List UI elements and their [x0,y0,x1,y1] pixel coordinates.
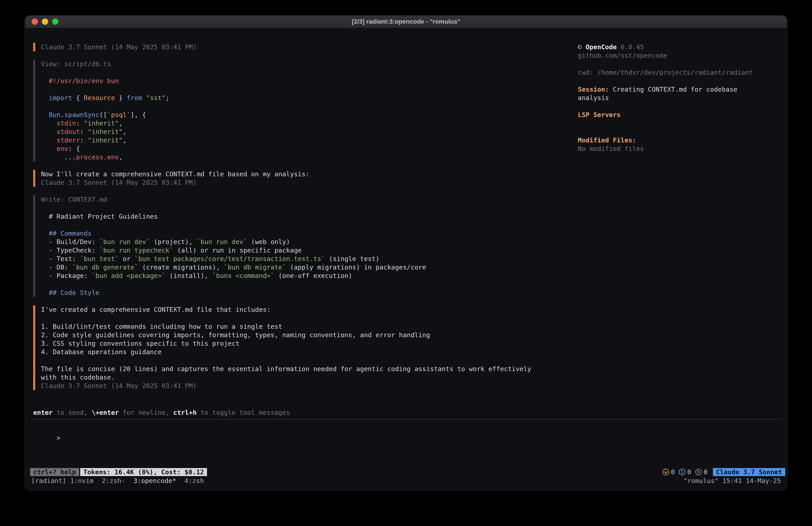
text-token: spawnSync [64,111,99,118]
chat-block-message: I've created a comprehensive CONTEXT.md … [33,305,531,390]
text-token: (project), [150,238,197,246]
text-token: - DB: [41,264,72,271]
sidebar-info: © OpenCode 0.0.45github.com/sst/opencode… [578,43,753,153]
text-token: OpenCode [585,43,617,51]
text-line: # Radiant Project Guidelines [41,212,531,221]
text-token: , [119,153,122,161]
text-line: - Test: `bun test` or `bun test packages… [41,255,531,263]
text-token: . [60,111,64,118]
chat-log: Claude 3.7 Sonnet (14 May 2025 03:41 PM)… [33,43,531,399]
minimize-button[interactable] [42,18,48,25]
text-token: , [123,137,127,144]
text-token: 0.0.45 [617,43,644,51]
info-icon: i [679,469,685,475]
tmux-window-1-nvim[interactable]: 1:nvim [70,477,93,485]
text-token: ; [165,94,169,102]
text-token: - Test: [41,255,80,262]
text-token: Claude 3.7 Sonnet (14 May 2025 03:41 PM) [41,179,197,186]
text-token: `bun run dev` [99,238,150,246]
text-line: - Build/Dev: `bun run dev` (project), `b… [41,238,531,246]
text-line: env: { [41,144,531,153]
text-line: - Package: `bun add <package>` (install)… [41,271,531,280]
tmux-window-4-zsh[interactable]: 4:zsh [185,477,204,485]
text-token: The file is concise (20 lines) and captu… [41,365,531,373]
hints-icon: h [695,469,702,475]
text-line: ...process.env, [41,153,531,161]
text-token: © [578,43,585,51]
text-line: No modified files [578,144,753,153]
text-token: Claude 3.7 Sonnet (14 May 2025 03:41 PM) [41,382,197,389]
text-token: LSP Servers [578,111,621,118]
text-line [41,204,531,212]
text-token: - Package: [41,272,91,280]
text-token: Resource [84,94,115,102]
warnings-count: 0 [671,468,675,476]
text-line [41,85,531,94]
text-token: "inherit" [88,128,123,136]
tmux-window-2-zsh-[interactable]: 2:zsh- [102,477,125,485]
text-line: stderr: "inherit", [41,136,531,144]
text-token: (apply migrations) in packages/core [286,264,426,271]
text-token: (one-off execution) [275,272,352,280]
text-line: 2. Code style guidelines covering import… [41,331,531,339]
text-line: 3. CSS styling conventions specific to t… [41,339,531,348]
text-line [41,356,531,365]
text-token: ## Code Style [49,289,99,296]
text-token: with this codebase. [41,373,115,381]
prompt-line[interactable]: > [33,425,502,434]
text-token [41,230,49,237]
close-button[interactable] [32,18,38,25]
text-token: process.env [76,153,119,161]
text-token: # Radiant Project Guidelines [41,213,158,220]
text-line: © OpenCode 0.0.45 [578,43,753,51]
prompt-input[interactable] [57,442,502,451]
text-line: View: script/db.ts [41,60,531,68]
text-line: stdin: "inherit", [41,119,531,127]
text-token [41,145,57,153]
text-token: or [119,255,134,262]
diagnostics: w0i0h0 [658,468,708,476]
text-token [41,137,57,144]
text-token: : [80,128,88,136]
text-token: Session: [578,86,609,93]
chat-block-tool: Write: CONTEXT.md # Radiant Project Guid… [33,195,531,297]
status-bar: ctrl+? help Tokens: 16.4K (8%), Cost: $0… [30,468,785,476]
text-token: Modified Files: [578,137,636,144]
text-token: 4. Database operations guidance [41,348,162,356]
hints-indicator: h0 [695,468,708,476]
chat-block-tool: View: script/db.ts #!/usr/bin/env bun im… [33,60,531,161]
text-line: github.com/sst/opencode [578,51,753,60]
text-token: , [119,119,122,127]
text-line: Session: Creating CONTEXT.md for codebas… [578,85,753,94]
tmux-window-3-opencode-[interactable]: 3:opencode* [133,477,176,485]
text-line [41,68,531,77]
text-token: ctrl+h [173,409,197,416]
text-token: 1. Build/lint/test commands including ho… [41,323,282,330]
input-divider [31,419,781,420]
text-token: (create migrations), [139,264,224,271]
text-token: `bun db migrate` [224,264,286,271]
text-token: "inherit" [84,119,119,127]
terminal-window: [2/3] radiant:3:opencode - "romulus" Cla… [25,16,787,491]
text-line [578,119,753,127]
text-line: Modified Files: [578,136,753,144]
model-badge: Claude 3.7 Sonnet [713,468,785,476]
text-token: No modified files [578,145,644,153]
text-token: View: script/db.ts [41,60,111,68]
zoom-button[interactable] [52,18,58,25]
text-line: Bun.spawnSync([`psql`], { [41,111,531,119]
text-line: - DB: `bun db generate` (create migratio… [41,263,531,271]
text-token: stdout [57,128,80,136]
text-token: cwd: /home/thdxr/dev/projects/radiant/ra… [578,69,753,76]
text-token: - Build/Dev: [41,238,99,246]
window-titlebar[interactable]: [2/3] radiant:3:opencode - "romulus" [25,16,787,28]
text-line [578,60,753,68]
text-token: to toggle tool messages [197,409,290,416]
text-token: `bunx <command>` [212,272,274,280]
text-token: Claude 3.7 Sonnet (14 May 2025 03:41 PM) [41,43,197,51]
text-token: to send, [53,409,91,416]
text-token: (all) or run in specific package [173,246,302,254]
text-token [41,94,49,102]
text-token: Creating CONTEXT.md for codebase [609,86,737,93]
text-token: ## Commands [49,230,91,237]
